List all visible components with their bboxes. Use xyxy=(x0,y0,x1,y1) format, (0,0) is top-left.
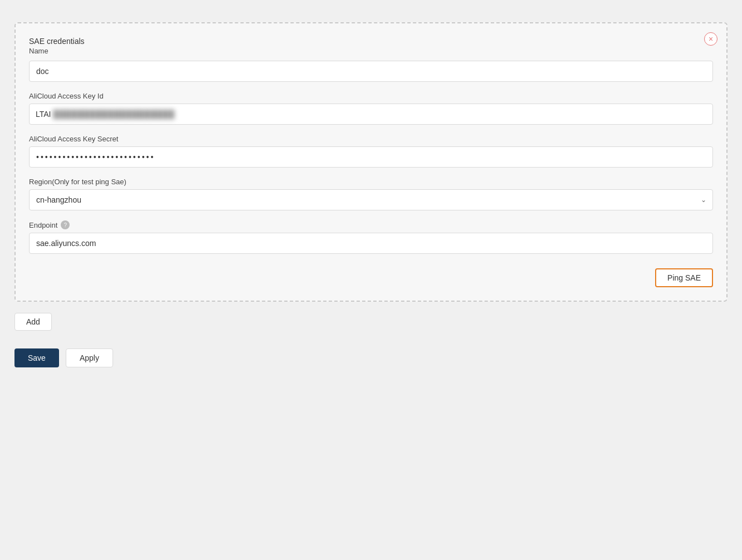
region-select[interactable]: cn-hangzhou cn-beijing cn-shanghai cn-sh… xyxy=(29,189,713,210)
footer-actions: Save Apply xyxy=(14,348,728,367)
save-button[interactable]: Save xyxy=(14,348,59,367)
ping-sae-button[interactable]: Ping SAE xyxy=(655,268,713,287)
access-key-secret-field-group: AliCloud Access Key Secret xyxy=(29,135,713,168)
bottom-actions: Add xyxy=(14,313,728,331)
close-button[interactable]: × xyxy=(704,32,717,46)
endpoint-label-text: Endpoint xyxy=(29,221,57,229)
endpoint-input[interactable] xyxy=(29,233,713,254)
ping-sae-row: Ping SAE xyxy=(29,264,713,287)
card-title: SAE credentials xyxy=(29,37,85,46)
access-key-id-input[interactable] xyxy=(29,104,713,125)
name-field-group xyxy=(29,61,713,82)
page-container: SAE credentials Name × AliCloud Access K… xyxy=(14,11,728,379)
endpoint-field-group: Endpoint ? xyxy=(29,220,713,254)
access-key-id-label: AliCloud Access Key Id xyxy=(29,92,713,100)
name-input[interactable] xyxy=(29,61,713,82)
region-select-wrapper: cn-hangzhou cn-beijing cn-shanghai cn-sh… xyxy=(29,189,713,210)
name-label: Name xyxy=(29,47,85,55)
access-key-secret-input[interactable] xyxy=(29,146,713,168)
add-button[interactable]: Add xyxy=(14,313,52,331)
card-header-text: SAE credentials Name xyxy=(29,37,85,58)
region-field-group: Region(Only for test ping Sae) cn-hangzh… xyxy=(29,178,713,210)
help-icon[interactable]: ? xyxy=(61,220,70,229)
access-key-id-field-group: AliCloud Access Key Id LTAI ████████████… xyxy=(29,92,713,125)
access-key-secret-label: AliCloud Access Key Secret xyxy=(29,135,713,143)
card-header: SAE credentials Name xyxy=(29,37,713,58)
endpoint-label: Endpoint ? xyxy=(29,220,713,229)
apply-button[interactable]: Apply xyxy=(66,348,113,367)
region-label: Region(Only for test ping Sae) xyxy=(29,178,713,186)
credential-card: SAE credentials Name × AliCloud Access K… xyxy=(14,22,728,302)
